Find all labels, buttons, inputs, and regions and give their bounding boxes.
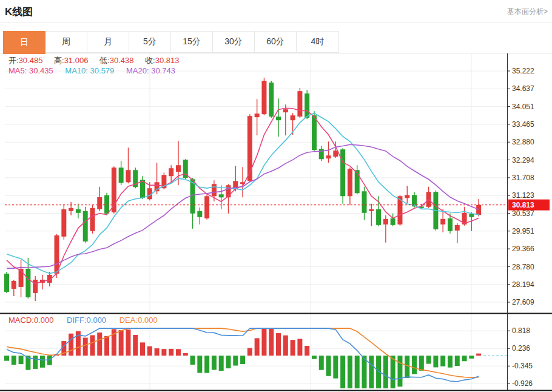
- period-tab-4[interactable]: 5分: [129, 32, 171, 52]
- candle-body: [255, 113, 260, 117]
- macd-bar: [391, 356, 395, 388]
- macd-bar: [297, 339, 302, 356]
- macd-bar: [204, 356, 209, 373]
- current-price-badge: 30.813: [508, 200, 550, 211]
- ma20-label: MA20:: [126, 66, 149, 75]
- period-tab-2[interactable]: 周: [45, 32, 87, 52]
- candle-body: [362, 191, 367, 213]
- period-tabs: 日周月5分15分30分60分4时: [3, 31, 339, 53]
- macd-bar: [133, 335, 138, 356]
- macd-bar: [476, 354, 481, 356]
- macd-bar: [469, 356, 474, 359]
- period-tab-6[interactable]: 30分: [213, 32, 255, 52]
- candle-body: [69, 208, 73, 211]
- macd-bar: [455, 356, 460, 366]
- macd-bar: [197, 356, 202, 373]
- svg-text:28.194: 28.194: [512, 280, 534, 289]
- ohlc-info: 开:30.485 高:31.006 低:30.438 收:30.813: [8, 55, 188, 66]
- candle-body: [25, 269, 30, 297]
- macd-bar: [140, 342, 145, 356]
- candle-body: [4, 274, 9, 292]
- low-value: 30.438: [110, 56, 134, 65]
- candle-body: [383, 219, 388, 225]
- macd-bar: [226, 356, 231, 368]
- svg-text:32.294: 32.294: [512, 156, 534, 164]
- macd-bar: [240, 356, 245, 364]
- svg-text:32.880: 32.880: [512, 138, 534, 146]
- macd-bar: [83, 338, 88, 356]
- page-title: K线图: [5, 5, 33, 19]
- svg-text:34.051: 34.051: [512, 103, 534, 111]
- candle-body: [376, 209, 381, 225]
- candle-body: [104, 195, 109, 214]
- svg-text:34.637: 34.637: [512, 84, 534, 93]
- candle-body: [261, 81, 266, 114]
- candle-body: [391, 218, 395, 225]
- candle-body: [12, 281, 16, 289]
- macd-bar: [419, 356, 424, 371]
- svg-text:29.366: 29.366: [512, 245, 534, 253]
- candle-body: [333, 150, 338, 157]
- candle-body: [319, 149, 324, 159]
- macd-bar: [426, 356, 431, 364]
- period-tab-7[interactable]: 60分: [255, 32, 297, 52]
- ma10-value: 30.579: [90, 66, 115, 75]
- candle-body: [119, 167, 124, 183]
- macd-bar: [176, 349, 181, 356]
- fundamental-analysis-link[interactable]: 基本面分析>: [507, 7, 548, 17]
- svg-text:-0.345: -0.345: [512, 362, 533, 370]
- candle-body: [269, 83, 274, 117]
- macd-bar: [319, 356, 324, 370]
- candle-body: [340, 149, 345, 196]
- candle-body: [469, 214, 474, 217]
- macd-bar: [247, 348, 252, 356]
- candle-body: [19, 269, 24, 287]
- period-tab-3[interactable]: 月: [87, 32, 129, 52]
- candle-body: [176, 165, 181, 172]
- close-label: 收:: [145, 56, 155, 65]
- macd-bar: [126, 329, 130, 356]
- macd-bar: [40, 356, 45, 368]
- svg-text:-0.926: -0.926: [512, 379, 533, 388]
- macd-bar: [283, 336, 288, 356]
- period-tab-1[interactable]: 日: [3, 31, 45, 54]
- dea-label: DEA:: [119, 316, 138, 325]
- macd-bar: [348, 356, 352, 388]
- macd-bar: [462, 356, 467, 361]
- candles: [4, 78, 481, 301]
- macd-bar: [19, 356, 24, 364]
- candle-body: [76, 209, 81, 213]
- candle-body: [33, 280, 38, 293]
- macd-bar: [119, 330, 124, 356]
- dea-value: 0.000: [138, 316, 158, 325]
- macd-bar: [440, 356, 445, 367]
- diff-value: 0.000: [87, 316, 107, 325]
- open-value: 30.485: [19, 56, 43, 65]
- candle-body: [305, 93, 309, 118]
- macd-bar: [276, 333, 281, 356]
- candle-body: [83, 211, 88, 242]
- period-tab-5[interactable]: 15分: [171, 32, 213, 52]
- macd-bar: [183, 353, 188, 356]
- ma5-label: MA5:: [8, 66, 27, 75]
- macd-bar: [355, 356, 360, 388]
- macd-bar: [383, 356, 388, 388]
- candle-body: [197, 211, 202, 217]
- ma20-value: 30.743: [151, 66, 175, 75]
- high-value: 31.006: [64, 56, 89, 65]
- macd-label: MACD:: [8, 316, 34, 325]
- candle-body: [405, 195, 409, 198]
- high-label: 高:: [54, 56, 64, 65]
- period-tab-8[interactable]: 4时: [297, 32, 338, 52]
- candle-body: [312, 115, 317, 150]
- candle-body: [476, 205, 481, 215]
- candle-body: [448, 218, 453, 231]
- candle-body: [97, 197, 102, 209]
- macd-bar: [291, 340, 295, 356]
- macd-bar: [340, 356, 345, 388]
- ma5-value: 30.435: [29, 66, 53, 75]
- macd-axis-labels: 0.8180.236-0.345-0.926: [507, 326, 533, 388]
- ma-info: MA5: 30.435 MA10: 30.579 MA20: 30.743: [8, 66, 175, 75]
- macd-bar: [269, 329, 274, 356]
- candle-body: [169, 168, 173, 176]
